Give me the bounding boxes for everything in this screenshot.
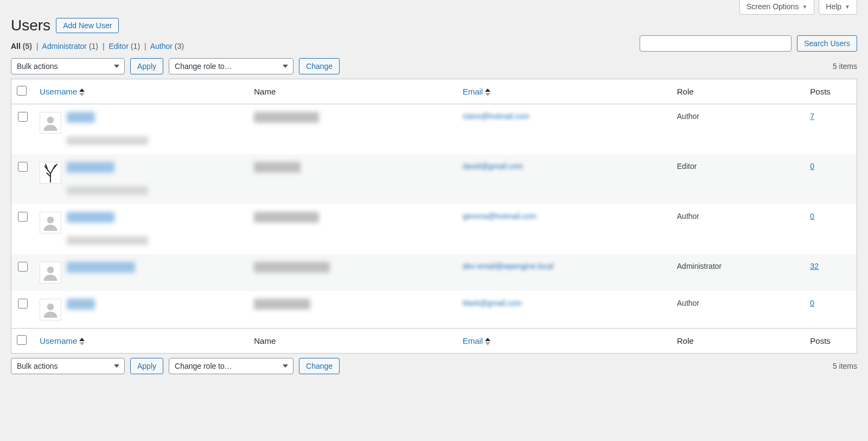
items-count-bottom: 5 items xyxy=(833,362,857,370)
bulk-actions-select-bottom[interactable]: Bulk actions xyxy=(11,358,125,374)
role-text: Author xyxy=(672,104,805,155)
row-checkbox[interactable] xyxy=(18,212,28,222)
help-label: Help xyxy=(826,2,841,11)
screen-options-label: Screen Options xyxy=(746,2,799,11)
table-row: claire@hotmail.comAuthor7 xyxy=(11,104,857,155)
sort-icon xyxy=(485,89,490,96)
email-link[interactable]: gemma@hotmail.com xyxy=(463,212,537,220)
username-link[interactable] xyxy=(67,112,95,123)
username-link[interactable] xyxy=(67,262,135,273)
posts-link[interactable]: 32 xyxy=(810,262,819,270)
svg-point-0 xyxy=(47,117,54,124)
name-text xyxy=(254,112,319,123)
screen-options-tab[interactable]: Screen Options ▼ xyxy=(739,0,814,15)
filter-author[interactable]: Author xyxy=(150,42,173,51)
svg-point-3 xyxy=(47,304,54,311)
row-checkbox[interactable] xyxy=(18,112,28,122)
avatar xyxy=(40,299,61,320)
email-link[interactable]: david@gmail.com xyxy=(463,162,523,171)
help-tab[interactable]: Help ▼ xyxy=(819,0,857,15)
username-link[interactable] xyxy=(67,212,114,223)
select-all-checkbox-bottom[interactable] xyxy=(17,335,27,345)
bulk-actions-select[interactable]: Bulk actions xyxy=(11,58,125,74)
avatar xyxy=(40,212,61,234)
table-row: gemma@hotmail.comAuthor0 xyxy=(11,204,857,254)
svg-point-2 xyxy=(47,267,54,274)
sort-icon xyxy=(485,338,490,345)
username-link[interactable] xyxy=(67,162,114,173)
email-link[interactable]: Mark@gmail.com xyxy=(463,299,522,307)
row-checkbox[interactable] xyxy=(18,162,28,172)
role-text: Administrator xyxy=(672,254,805,291)
posts-link[interactable]: 0 xyxy=(810,162,814,171)
col-role: Role xyxy=(672,79,805,104)
search-users-input[interactable] xyxy=(640,35,792,52)
sort-icon xyxy=(79,338,85,345)
change-role-select[interactable]: Change role to… xyxy=(169,58,293,74)
svg-point-1 xyxy=(47,217,54,224)
table-row: Mark@gmail.comAuthor0 xyxy=(11,291,857,329)
username-link[interactable] xyxy=(67,299,95,310)
avatar xyxy=(40,112,61,134)
change-role-button-bottom[interactable]: Change xyxy=(299,358,340,374)
avatar xyxy=(40,162,61,184)
change-role-select-bottom[interactable]: Change role to… xyxy=(169,358,293,374)
table-row: david@gmail.comEditor0 xyxy=(11,154,857,204)
row-checkbox[interactable] xyxy=(18,262,28,272)
name-text xyxy=(254,262,330,273)
items-count-top: 5 items xyxy=(833,62,857,71)
email-link[interactable]: claire@hotmail.com xyxy=(463,112,529,121)
page-title: Users xyxy=(11,17,50,34)
select-all-checkbox-top[interactable] xyxy=(17,86,27,96)
table-row: dev-email@wpengine.localAdministrator32 xyxy=(11,254,857,291)
role-text: Editor xyxy=(672,154,805,204)
col-email-sort[interactable]: Email xyxy=(463,87,491,96)
posts-link[interactable]: 7 xyxy=(810,112,814,121)
bulk-apply-button-bottom[interactable]: Apply xyxy=(130,358,163,374)
chevron-down-icon: ▼ xyxy=(845,4,850,10)
col-posts: Posts xyxy=(805,79,857,104)
chevron-down-icon: ▼ xyxy=(802,4,807,10)
col-name: Name xyxy=(248,79,457,104)
avatar xyxy=(40,262,61,284)
change-role-button[interactable]: Change xyxy=(299,58,340,74)
name-text xyxy=(254,299,310,310)
row-checkbox[interactable] xyxy=(18,299,28,308)
sort-icon xyxy=(79,89,85,96)
name-text xyxy=(254,162,301,173)
posts-link[interactable]: 0 xyxy=(810,212,814,220)
role-text: Author xyxy=(672,204,805,254)
bulk-apply-button[interactable]: Apply xyxy=(130,58,163,74)
col-username-sort[interactable]: Username xyxy=(40,87,85,96)
users-table: Username Name Email Role Posts claire@ho… xyxy=(11,79,857,354)
filter-all[interactable]: All (5) xyxy=(11,42,32,51)
add-new-user-button[interactable]: Add New User xyxy=(56,18,119,33)
name-text xyxy=(254,212,319,223)
col-username-sort-bottom[interactable]: Username xyxy=(40,336,85,345)
search-users-button[interactable]: Search Users xyxy=(797,35,857,52)
filter-administrator[interactable]: Administrator xyxy=(42,42,87,51)
email-link[interactable]: dev-email@wpengine.local xyxy=(463,262,554,270)
posts-link[interactable]: 0 xyxy=(810,299,814,307)
col-email-sort-bottom[interactable]: Email xyxy=(463,336,491,345)
role-text: Author xyxy=(672,291,805,329)
filter-editor[interactable]: Editor xyxy=(108,42,129,51)
